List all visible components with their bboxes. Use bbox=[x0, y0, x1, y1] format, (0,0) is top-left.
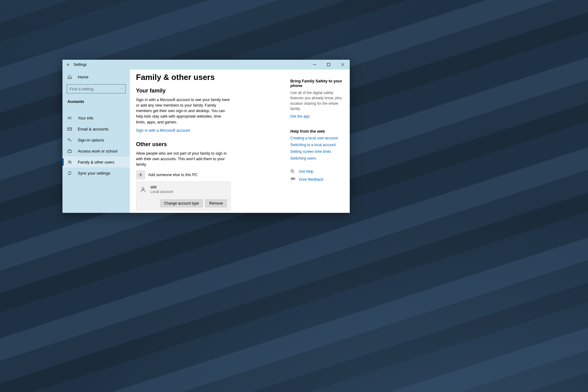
plus-icon bbox=[138, 173, 143, 177]
main-panel: Family & other users Your family Sign in… bbox=[130, 70, 350, 213]
get-the-app-link[interactable]: Get the app bbox=[290, 114, 310, 119]
sidebar: Home Accounts Your info Email bbox=[62, 70, 130, 213]
close-button[interactable] bbox=[336, 60, 350, 70]
svg-point-8 bbox=[142, 188, 144, 190]
minimize-button[interactable] bbox=[307, 60, 322, 70]
person-card-icon bbox=[67, 116, 74, 120]
briefcase-icon bbox=[67, 149, 74, 153]
sidebar-item-label: Your info bbox=[78, 116, 93, 120]
page-title: Family & other users bbox=[136, 73, 282, 82]
close-icon bbox=[341, 63, 344, 66]
svg-rect-5 bbox=[68, 150, 71, 153]
settings-window: Settings Home Accounts bbox=[62, 60, 350, 213]
help-link[interactable]: Switching users bbox=[290, 156, 344, 160]
your-family-description: Sign in with a Microsoft account to see … bbox=[136, 97, 231, 125]
svg-point-7 bbox=[70, 161, 71, 162]
help-link[interactable]: Switching to a local account bbox=[290, 143, 344, 147]
sidebar-category: Accounts bbox=[62, 96, 130, 107]
maximize-icon bbox=[327, 63, 330, 66]
svg-point-12 bbox=[291, 178, 292, 179]
search-input[interactable] bbox=[70, 87, 121, 91]
maximize-button[interactable] bbox=[322, 60, 336, 70]
key-icon bbox=[67, 138, 74, 142]
minimize-icon bbox=[313, 63, 316, 66]
person-icon bbox=[140, 186, 147, 193]
user-name: WR bbox=[150, 185, 173, 190]
sidebar-item-family-other-users[interactable]: Family & other users bbox=[62, 156, 130, 168]
sidebar-item-sync-settings[interactable]: Sync your settings bbox=[62, 168, 130, 179]
help-from-web-heading: Help from the web bbox=[290, 129, 344, 134]
sidebar-item-signin-options[interactable]: Sign-in options bbox=[62, 134, 130, 145]
svg-rect-0 bbox=[327, 63, 330, 66]
help-link[interactable]: Creating a local user account bbox=[290, 136, 344, 140]
family-safety-description: Use all of the digital safety features y… bbox=[290, 90, 344, 112]
family-safety-heading: Bring Family Safety to your phone bbox=[290, 79, 344, 88]
search-icon bbox=[121, 87, 123, 91]
arrow-left-icon bbox=[66, 62, 70, 67]
sidebar-item-label: Sync your settings bbox=[78, 171, 110, 175]
sidebar-home-label: Home bbox=[78, 75, 89, 79]
svg-rect-13 bbox=[293, 178, 295, 179]
help-icon: ? bbox=[290, 169, 297, 174]
people-icon bbox=[67, 160, 74, 164]
svg-point-6 bbox=[69, 160, 70, 162]
give-feedback-label: Give feedback bbox=[299, 177, 323, 182]
sync-icon bbox=[67, 171, 74, 175]
right-column: Bring Family Safety to your phone Use al… bbox=[288, 70, 350, 213]
svg-point-2 bbox=[68, 117, 70, 118]
search-box[interactable] bbox=[67, 84, 126, 93]
remove-user-button[interactable]: Remove bbox=[205, 199, 227, 207]
other-users-heading: Other users bbox=[136, 141, 282, 148]
window-title: Settings bbox=[74, 62, 87, 67]
svg-point-1 bbox=[121, 88, 123, 89]
signin-microsoft-link[interactable]: Sign in with a Microsoft account bbox=[136, 128, 190, 133]
other-users-description: Allow people who are not part of your fa… bbox=[136, 151, 231, 167]
give-feedback-button[interactable]: Give feedback bbox=[290, 177, 344, 182]
mail-icon bbox=[67, 127, 74, 131]
help-link[interactable]: Setting screen time limits bbox=[290, 149, 344, 154]
sidebar-item-access-work-school[interactable]: Access work or school bbox=[62, 145, 130, 156]
user-card[interactable]: WR Local account Change account type Rem… bbox=[136, 181, 231, 211]
sidebar-home[interactable]: Home bbox=[62, 71, 130, 82]
content-area: Family & other users Your family Sign in… bbox=[130, 70, 288, 213]
home-icon bbox=[67, 75, 74, 79]
sidebar-item-label: Sign-in options bbox=[78, 138, 104, 142]
sidebar-item-label: Access work or school bbox=[78, 149, 117, 153]
get-help-label: Get help bbox=[299, 169, 313, 174]
svg-rect-3 bbox=[68, 128, 71, 130]
sidebar-item-your-info[interactable]: Your info bbox=[62, 112, 130, 123]
add-someone-button[interactable]: Add someone else to this PC bbox=[136, 170, 282, 179]
plus-tile bbox=[136, 170, 145, 179]
feedback-icon bbox=[290, 177, 297, 182]
your-family-heading: Your family bbox=[136, 88, 282, 94]
back-button[interactable] bbox=[62, 60, 74, 70]
titlebar: Settings bbox=[62, 60, 350, 70]
user-type: Local account bbox=[150, 190, 173, 194]
add-someone-label: Add someone else to this PC bbox=[148, 173, 198, 177]
sidebar-item-email-accounts[interactable]: Email & accounts bbox=[62, 123, 130, 134]
change-account-type-button[interactable]: Change account type bbox=[160, 199, 203, 207]
sidebar-item-label: Email & accounts bbox=[78, 127, 108, 131]
get-help-button[interactable]: ? Get help bbox=[290, 169, 344, 174]
svg-text:?: ? bbox=[292, 170, 293, 172]
sidebar-item-label: Family & other users bbox=[78, 160, 114, 164]
